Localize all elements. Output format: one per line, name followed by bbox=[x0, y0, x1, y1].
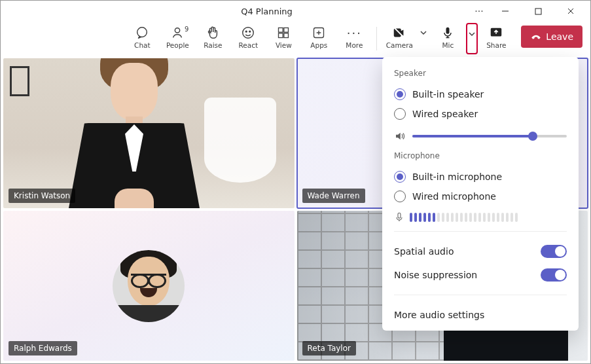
svg-point-5 bbox=[249, 31, 251, 32]
microphone-heading: Microphone bbox=[394, 151, 567, 160]
meeting-toolbar: Chat 9 People Raise React View bbox=[1, 22, 590, 57]
mic-label: Mic bbox=[442, 41, 454, 49]
window-title: Q4 Planning bbox=[12, 7, 469, 16]
svg-point-3 bbox=[243, 27, 254, 39]
participant-tile[interactable]: Ralph Edwards bbox=[3, 211, 295, 361]
spatial-audio-toggle[interactable] bbox=[541, 245, 567, 258]
plus-square-icon bbox=[312, 26, 325, 40]
svg-rect-7 bbox=[284, 28, 289, 33]
participant-name: Wade Warren bbox=[302, 189, 365, 203]
hand-icon bbox=[206, 26, 220, 40]
leave-button[interactable]: Leave bbox=[521, 26, 582, 48]
radio-unselected-icon bbox=[394, 191, 406, 202]
people-label: People bbox=[166, 41, 189, 49]
noise-suppression-toggle[interactable] bbox=[541, 268, 567, 282]
svg-point-2 bbox=[175, 28, 180, 33]
people-icon: 9 bbox=[170, 26, 185, 40]
speaker-heading: Speaker bbox=[394, 69, 567, 78]
people-count: 9 bbox=[185, 26, 188, 33]
svg-rect-9 bbox=[284, 33, 289, 38]
mic-button[interactable]: Mic bbox=[431, 23, 465, 54]
volume-icon bbox=[394, 130, 406, 142]
view-button[interactable]: View bbox=[266, 23, 300, 54]
svg-point-4 bbox=[246, 31, 247, 32]
camera-dropdown[interactable] bbox=[418, 23, 429, 54]
maximize-button[interactable] bbox=[524, 2, 552, 20]
spatial-audio-label: Spatial audio bbox=[394, 246, 454, 257]
radio-selected-icon bbox=[394, 88, 406, 100]
participant-name: Ralph Edwards bbox=[9, 341, 77, 355]
speaker-option-builtin[interactable]: Built-in speaker bbox=[394, 84, 567, 104]
minimize-button[interactable] bbox=[491, 2, 520, 20]
mic-option-label: Built-in microphone bbox=[412, 172, 502, 182]
people-button[interactable]: 9 People bbox=[160, 23, 194, 54]
emoji-icon bbox=[241, 26, 255, 40]
noise-suppression-label: Noise suppression bbox=[394, 270, 477, 280]
mic-icon bbox=[441, 26, 454, 40]
speaker-option-label: Built-in speaker bbox=[412, 89, 484, 100]
apps-label: Apps bbox=[310, 41, 327, 49]
radio-selected-icon bbox=[394, 171, 406, 183]
volume-slider[interactable] bbox=[412, 135, 567, 137]
share-label: Share bbox=[486, 41, 506, 49]
radio-unselected-icon bbox=[394, 108, 406, 120]
camera-off-icon bbox=[392, 26, 406, 40]
participant-name: Kristin Watson bbox=[9, 189, 75, 203]
apps-button[interactable]: Apps bbox=[302, 23, 336, 54]
more-audio-settings-link[interactable]: More audio settings bbox=[394, 303, 567, 320]
speaker-option-label: Wired speaker bbox=[412, 109, 478, 119]
ellipsis-icon: ··· bbox=[347, 26, 362, 40]
mic-option-builtin[interactable]: Built-in microphone bbox=[394, 167, 567, 187]
svg-rect-0 bbox=[535, 9, 541, 14]
audio-settings-panel: Speaker Built-in speaker Wired speaker M… bbox=[382, 57, 579, 331]
title-bar: Q4 Planning ··· bbox=[1, 1, 590, 22]
mic-option-wired[interactable]: Wired microphone bbox=[394, 187, 567, 206]
camera-label: Camera bbox=[386, 41, 413, 49]
participant-tile[interactable]: Kristin Watson bbox=[3, 58, 295, 208]
share-screen-icon bbox=[489, 26, 503, 40]
raise-label: Raise bbox=[204, 41, 222, 49]
svg-rect-13 bbox=[398, 213, 401, 218]
react-label: React bbox=[239, 41, 259, 49]
more-label: More bbox=[346, 41, 363, 49]
svg-rect-11 bbox=[446, 27, 450, 34]
svg-point-1 bbox=[137, 27, 147, 37]
share-button[interactable]: Share bbox=[479, 23, 513, 54]
view-label: View bbox=[276, 41, 292, 49]
toolbar-separator bbox=[376, 27, 377, 50]
overflow-button[interactable]: ··· bbox=[469, 6, 490, 16]
participant-name: Reta Taylor bbox=[302, 341, 356, 355]
svg-rect-8 bbox=[279, 33, 283, 38]
grid-icon bbox=[277, 26, 290, 40]
raise-hand-button[interactable]: Raise bbox=[196, 23, 230, 54]
close-button[interactable] bbox=[556, 2, 585, 20]
mic-option-label: Wired microphone bbox=[412, 191, 496, 202]
camera-button[interactable]: Camera bbox=[382, 23, 416, 54]
speaker-option-wired[interactable]: Wired speaker bbox=[394, 104, 567, 124]
react-button[interactable]: React bbox=[231, 23, 265, 54]
leave-label: Leave bbox=[546, 31, 573, 42]
more-button[interactable]: ··· More bbox=[337, 23, 371, 54]
mic-dropdown[interactable] bbox=[466, 23, 478, 54]
chat-button[interactable]: Chat bbox=[125, 23, 159, 54]
mic-level-meter bbox=[410, 213, 518, 222]
avatar bbox=[113, 250, 185, 322]
mic-level-icon bbox=[394, 211, 404, 223]
chat-label: Chat bbox=[134, 41, 151, 49]
hangup-icon bbox=[530, 31, 542, 43]
svg-rect-6 bbox=[279, 28, 283, 33]
chat-icon bbox=[135, 26, 149, 40]
